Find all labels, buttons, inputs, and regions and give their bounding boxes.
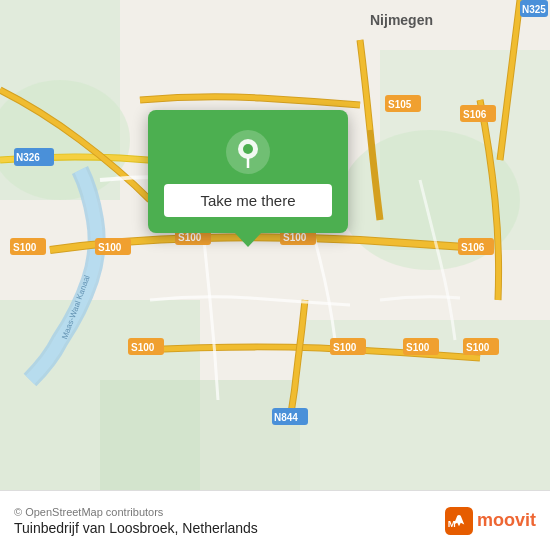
map-svg: Nijmegen N326 S100 S100 S105 S106 S106 S… [0,0,550,490]
svg-point-40 [243,144,253,154]
svg-text:N844: N844 [274,412,298,423]
svg-text:S100: S100 [333,342,357,353]
bottom-bar: © OpenStreetMap contributors Tuinbedrijf… [0,490,550,550]
svg-text:S100: S100 [98,242,122,253]
map-container: Nijmegen N326 S100 S100 S105 S106 S106 S… [0,0,550,490]
svg-text:S106: S106 [461,242,485,253]
location-card: Take me there [148,110,348,233]
svg-text:S100: S100 [178,232,202,243]
svg-rect-5 [100,380,300,490]
location-pin-icon [226,130,270,174]
svg-text:S105: S105 [388,99,412,110]
moovit-brand-name: moovit [477,510,536,531]
svg-text:S100: S100 [466,342,490,353]
svg-text:S106: S106 [463,109,487,120]
svg-text:S100: S100 [406,342,430,353]
copyright-text: © OpenStreetMap contributors [14,506,435,518]
svg-text:N325: N325 [522,4,546,15]
take-me-there-button[interactable]: Take me there [164,184,332,217]
svg-text:S100: S100 [131,342,155,353]
moovit-brand-icon: M [445,507,473,535]
svg-text:S100: S100 [283,232,307,243]
svg-text:Nijmegen: Nijmegen [370,12,433,28]
svg-text:S100: S100 [13,242,37,253]
moovit-logo: M moovit [445,507,536,535]
svg-text:N326: N326 [16,152,40,163]
location-title: Tuinbedrijf van Loosbroek, Netherlands [14,520,435,536]
